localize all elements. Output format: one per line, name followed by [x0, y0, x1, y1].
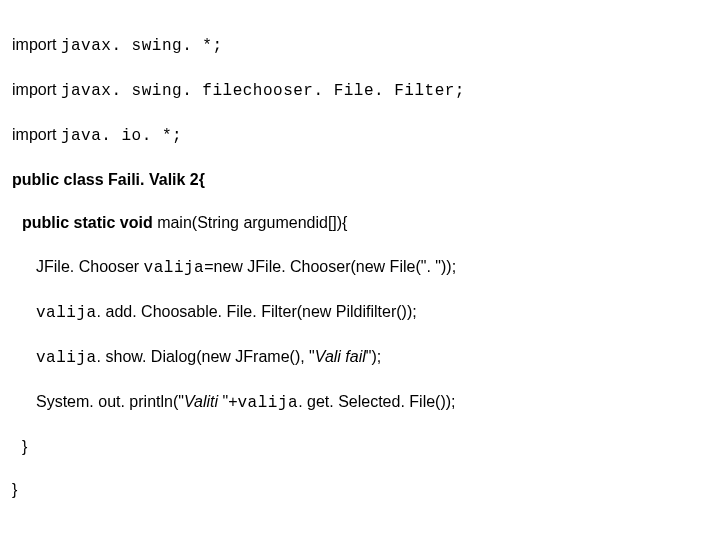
- blank-line: [12, 523, 708, 540]
- code-block: import javax. swing. *; import javax. sw…: [12, 12, 708, 540]
- code-text: . get. Selected. File());: [298, 393, 455, 410]
- keyword: import: [12, 36, 61, 53]
- code-text: javax. swing. *;: [61, 37, 223, 55]
- code-line: valija. add. Choosable. File. Filter(new…: [12, 301, 708, 325]
- code-text: . add. Choosable. File. Filter(new Pildi…: [97, 303, 417, 320]
- string-literal: Vali fail: [315, 348, 366, 365]
- code-text: JFile. Chooser: [36, 258, 144, 275]
- keyword: public static void: [22, 214, 157, 231]
- brace: }: [12, 481, 17, 498]
- keyword: import: [12, 81, 61, 98]
- code-text: . show. Dialog(new JFrame(), ": [97, 348, 315, 365]
- class-name: Faili. Valik 2{: [108, 171, 205, 188]
- keyword: public class: [12, 171, 108, 188]
- code-line: import java. io. *;: [12, 124, 708, 148]
- code-text: main(String argumendid[]){: [157, 214, 347, 231]
- code-line: }: [12, 479, 708, 501]
- brace: }: [22, 438, 27, 455]
- variable: valija: [144, 259, 205, 277]
- string-literal: Valiti: [184, 393, 223, 410]
- code-line: }: [12, 436, 708, 458]
- code-line: public static void main(String argumendi…: [12, 212, 708, 234]
- keyword: import: [12, 126, 61, 143]
- code-text: =new JFile. Chooser(new File(". "));: [204, 258, 456, 275]
- code-line: import javax. swing. filechooser. File. …: [12, 79, 708, 103]
- code-text: System. out. println(": [36, 393, 184, 410]
- code-text: "+: [222, 393, 237, 410]
- code-line: JFile. Chooser valija=new JFile. Chooser…: [12, 256, 708, 280]
- code-line: import javax. swing. *;: [12, 34, 708, 58]
- variable: valija: [238, 394, 299, 412]
- variable: valija: [36, 349, 97, 367]
- code-text: ");: [366, 348, 381, 365]
- code-text: java. io. *;: [61, 127, 182, 145]
- variable: valija: [36, 304, 97, 322]
- code-line: public class Faili. Valik 2{: [12, 169, 708, 191]
- code-text: javax. swing. filechooser. File. Filter;: [61, 82, 465, 100]
- code-line: System. out. println("Valiti "+valija. g…: [12, 391, 708, 415]
- code-line: valija. show. Dialog(new JFrame(), "Vali…: [12, 346, 708, 370]
